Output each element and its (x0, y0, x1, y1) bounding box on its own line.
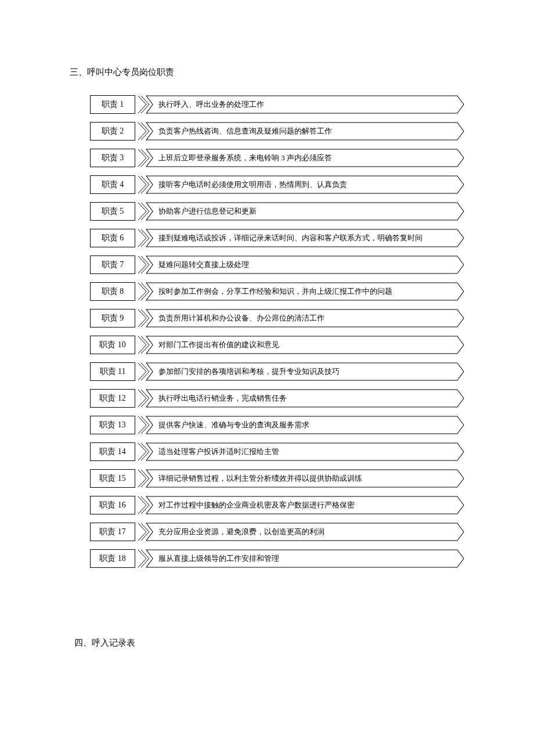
duty-desc-shape: 上班后立即登录服务系统，来电铃响 3 声内必须应答 (146, 149, 464, 167)
duty-label: 职责 8 (90, 282, 135, 301)
duty-desc: 对部门工作提出有价值的建议和意见 (158, 336, 456, 354)
duty-desc: 上班后立即登录服务系统，来电铃响 3 声内必须应答 (158, 149, 456, 167)
duty-row: 职责 12执行呼出电话行销业务，完成销售任务 (90, 389, 464, 408)
duty-row: 职责 10对部门工作提出有价值的建议和意见 (90, 336, 464, 354)
duty-row: 职责 4接听客户电话时必须使用文明用语，热情周到、认真负责 (90, 175, 464, 194)
duty-label: 职责 6 (90, 229, 135, 247)
duty-label: 职责 18 (90, 549, 135, 568)
duty-list: 职责 1执行呼入、呼出业务的处理工作职责 2负责客户热线咨询、信息查询及疑难问题… (90, 95, 464, 568)
duty-desc: 提供客户快速、准确与专业的查询及服务需求 (158, 416, 456, 434)
duty-desc-shape: 接听客户电话时必须使用文明用语，热情周到、认真负责 (146, 175, 464, 194)
duty-label: 职责 16 (90, 496, 135, 514)
duty-label: 职责 7 (90, 255, 135, 274)
duty-label: 职责 17 (90, 523, 135, 541)
duty-label: 职责 5 (90, 202, 135, 221)
duty-row: 职责 8按时参加工作例会，分享工作经验和知识，并向上级汇报工作中的问题 (90, 282, 464, 301)
duty-row: 职责 15详细记录销售过程，以利主管分析绩效并得以提供协助或训练 (90, 469, 464, 488)
duty-desc: 参加部门安排的各项培训和考核，提升专业知识及技巧 (158, 362, 456, 381)
duty-row: 职责 14适当处理客户投诉并适时汇报给主管 (90, 442, 464, 461)
duty-desc: 适当处理客户投诉并适时汇报给主管 (158, 442, 456, 461)
duty-desc-shape: 参加部门安排的各项培训和考核，提升专业知识及技巧 (146, 362, 464, 381)
duty-desc-shape: 负责所用计算机和办公设备、办公席位的清洁工作 (146, 309, 464, 327)
duty-desc-shape: 对部门工作提出有价值的建议和意见 (146, 336, 464, 354)
duty-label: 职责 12 (90, 389, 135, 408)
duty-row: 职责 5协助客户进行信息登记和更新 (90, 202, 464, 221)
duty-desc: 疑难问题转交直接上级处理 (158, 255, 456, 274)
duty-desc-shape: 按时参加工作例会，分享工作经验和知识，并向上级汇报工作中的问题 (146, 282, 464, 301)
duty-label: 职责 10 (90, 336, 135, 354)
duty-desc: 按时参加工作例会，分享工作经验和知识，并向上级汇报工作中的问题 (158, 282, 456, 301)
duty-row: 职责 9负责所用计算机和办公设备、办公席位的清洁工作 (90, 309, 464, 327)
document-page: 三、呼叫中心专员岗位职责 职责 1执行呼入、呼出业务的处理工作职责 2负责客户热… (0, 0, 534, 683)
duty-desc: 充分应用企业资源，避免浪费，以创造更高的利润 (158, 523, 456, 541)
duty-label: 职责 11 (90, 362, 135, 381)
duty-desc: 负责所用计算机和办公设备、办公席位的清洁工作 (158, 309, 456, 327)
duty-row: 职责 7疑难问题转交直接上级处理 (90, 255, 464, 274)
duty-desc-shape: 协助客户进行信息登记和更新 (146, 202, 464, 221)
duty-desc: 执行呼入、呼出业务的处理工作 (158, 95, 456, 114)
duty-desc: 接听客户电话时必须使用文明用语，热情周到、认真负责 (158, 175, 456, 194)
duty-desc-shape: 服从直接上级领导的工作安排和管理 (146, 549, 464, 568)
duty-desc-shape: 疑难问题转交直接上级处理 (146, 255, 464, 274)
duty-desc: 协助客户进行信息登记和更新 (158, 202, 456, 221)
duty-label: 职责 4 (90, 175, 135, 194)
duty-desc-shape: 适当处理客户投诉并适时汇报给主管 (146, 442, 464, 461)
duty-desc-shape: 对工作过程中接触的企业商业机密及客户数据进行严格保密 (146, 496, 464, 514)
duty-desc-shape: 详细记录销售过程，以利主管分析绩效并得以提供协助或训练 (146, 469, 464, 488)
duty-row: 职责 3上班后立即登录服务系统，来电铃响 3 声内必须应答 (90, 149, 464, 167)
duty-row: 职责 2负责客户热线咨询、信息查询及疑难问题的解答工作 (90, 122, 464, 141)
duty-desc-shape: 负责客户热线咨询、信息查询及疑难问题的解答工作 (146, 122, 464, 141)
duty-desc-shape: 充分应用企业资源，避免浪费，以创造更高的利润 (146, 523, 464, 541)
duty-desc: 接到疑难电话或投诉，详细记录来话时间、内容和客户联系方式，明确答复时间 (158, 229, 456, 247)
duty-desc-shape: 执行呼出电话行销业务，完成销售任务 (146, 389, 464, 408)
duty-row: 职责 16对工作过程中接触的企业商业机密及客户数据进行严格保密 (90, 496, 464, 514)
duty-label: 职责 14 (90, 442, 135, 461)
duty-label: 职责 9 (90, 309, 135, 327)
section-title-1: 三、呼叫中心专员岗位职责 (70, 67, 464, 78)
duty-row: 职责 18服从直接上级领导的工作安排和管理 (90, 549, 464, 568)
duty-row: 职责 13提供客户快速、准确与专业的查询及服务需求 (90, 416, 464, 434)
duty-desc: 负责客户热线咨询、信息查询及疑难问题的解答工作 (158, 122, 456, 141)
duty-label: 职责 3 (90, 149, 135, 167)
duty-row: 职责 11参加部门安排的各项培训和考核，提升专业知识及技巧 (90, 362, 464, 381)
duty-row: 职责 1执行呼入、呼出业务的处理工作 (90, 95, 464, 114)
duty-label: 职责 2 (90, 122, 135, 141)
duty-desc-shape: 提供客户快速、准确与专业的查询及服务需求 (146, 416, 464, 434)
section-title-2: 四、呼入记录表 (74, 638, 464, 649)
duty-desc: 对工作过程中接触的企业商业机密及客户数据进行严格保密 (158, 496, 456, 514)
duty-label: 职责 1 (90, 95, 135, 114)
duty-row: 职责 6接到疑难电话或投诉，详细记录来话时间、内容和客户联系方式，明确答复时间 (90, 229, 464, 247)
duty-desc: 服从直接上级领导的工作安排和管理 (158, 549, 456, 568)
duty-label: 职责 13 (90, 416, 135, 434)
duty-desc: 执行呼出电话行销业务，完成销售任务 (158, 389, 456, 408)
duty-desc-shape: 接到疑难电话或投诉，详细记录来话时间、内容和客户联系方式，明确答复时间 (146, 229, 464, 247)
duty-desc-shape: 执行呼入、呼出业务的处理工作 (146, 95, 464, 114)
duty-row: 职责 17充分应用企业资源，避免浪费，以创造更高的利润 (90, 523, 464, 541)
duty-desc: 详细记录销售过程，以利主管分析绩效并得以提供协助或训练 (158, 469, 456, 488)
duty-label: 职责 15 (90, 469, 135, 488)
